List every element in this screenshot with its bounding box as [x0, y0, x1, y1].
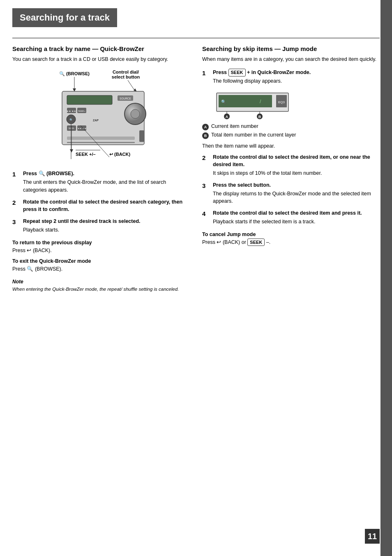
sub-section-return-text: Press ↩ (BACK).: [12, 247, 190, 255]
svg-text:SEEK +/–: SEEK +/–: [76, 152, 96, 157]
right-step-num-2: 2: [202, 153, 211, 177]
svg-line-5: [128, 80, 135, 91]
right-step-content-4: Rotate the control dial to select the de…: [213, 209, 362, 226]
right-section-heading: Searching by skip items — Jump mode: [202, 45, 380, 53]
legend-text-b: Total item number in the current layer: [211, 132, 296, 138]
page-title-banner: Searching for a track: [12, 8, 117, 27]
right-step-bold-4: Rotate the control dial to select the de…: [213, 210, 362, 216]
right-step-content-2: Rotate the control dial to select the de…: [213, 153, 380, 177]
svg-text:↩ (BACK): ↩ (BACK): [109, 152, 130, 157]
svg-text:A: A: [226, 115, 228, 119]
right-step-sub-2: It skips in steps of 10% of the total it…: [213, 169, 380, 177]
svg-text:🔍: 🔍: [69, 118, 73, 122]
step-content-3: Repeat step 2 until the desired track is…: [23, 218, 141, 234]
svg-rect-35: [219, 95, 272, 107]
right-step-item-3: 3 Press the select button. The display r…: [202, 181, 380, 205]
title-banner-wrapper: Searching for a track: [12, 8, 380, 34]
right-step-num-3: 3: [202, 181, 211, 205]
title-divider: [12, 38, 380, 38]
page-number: 11: [365, 529, 380, 544]
svg-rect-26: [67, 142, 135, 143]
sub-section-exit-text: Press 🔍 (BROWSE).: [12, 265, 190, 273]
sub-section-return-title: To return to the previous display: [12, 240, 190, 246]
legend-circle-b: B: [202, 132, 209, 139]
svg-point-23: [131, 109, 140, 118]
step-bold-3: Repeat step 2 until the desired track is…: [23, 218, 141, 224]
right-step-item-4: 4 Rotate the control dial to select the …: [202, 209, 380, 226]
svg-text:SEEK+: SEEK+: [78, 110, 85, 112]
step-item-3: 3 Repeat step 2 until the desired track …: [12, 218, 190, 234]
right-step-content-1: Press SEEK + in Quick-BrowZer mode. The …: [213, 69, 311, 85]
svg-text:►► ►►: ►► ►►: [67, 110, 76, 112]
sub-section-return: To return to the previous display Press …: [12, 240, 190, 255]
steps-list-left: 1 Press 🔍 (BROWSE). The unit enters the …: [12, 170, 190, 234]
right-step-sub-4: Playback starts if the selected item is …: [213, 218, 362, 226]
jump-display-wrapper: 🔍 / EQ3 A B: [214, 91, 301, 121]
dark-sidebar-strip: [380, 0, 392, 556]
step-num-3: 3: [12, 218, 21, 234]
svg-text:EQ3: EQ3: [278, 100, 285, 104]
svg-text:SOURCE: SOURCE: [120, 97, 131, 100]
step-sub-1: The unit enters the Quick-BrowZer mode, …: [23, 178, 190, 194]
svg-text:ZAP: ZAP: [93, 119, 99, 122]
right-column: Searching by skip items — Jump mode When…: [202, 45, 380, 544]
note-text: When entering the Quick-BrowZer mode, th…: [12, 286, 190, 293]
cancel-jump-text: Press ↩ (BACK) or SEEK –.: [202, 239, 380, 246]
svg-rect-8: [67, 95, 112, 104]
jump-display-svg: 🔍 / EQ3 A B: [214, 91, 301, 120]
step-num-2: 2: [12, 198, 21, 214]
note-block: Note When entering the Quick-BrowZer mod…: [12, 279, 190, 293]
legend-circle-a: A: [202, 124, 209, 130]
steps-list-right-2: 2 Rotate the control dial to select the …: [202, 153, 380, 226]
svg-marker-29: [70, 149, 73, 153]
step-item-1: 1 Press 🔍 (BROWSE). The unit enters the …: [12, 170, 190, 194]
step-bold-1: Press 🔍 (BROWSE).: [23, 171, 74, 176]
right-step-num-4: 4: [202, 209, 211, 226]
svg-text:B: B: [258, 115, 261, 119]
right-step-content-3: Press the select button. The display ret…: [213, 181, 380, 205]
cancel-jump-title: To cancel Jump mode: [202, 232, 380, 237]
device-diagram-svg: 🔍 (BROWSE) Control dial/ select button S…: [46, 69, 157, 163]
svg-text:select button: select button: [112, 74, 140, 79]
left-section-heading: Searching a track by name — Quick-BrowZe…: [12, 45, 190, 53]
left-column: Searching a track by name — Quick-BrowZe…: [12, 45, 190, 544]
step-item-2: 2 Rotate the control dial to select the …: [12, 198, 190, 214]
sub-section-exit: To exit the Quick-BrowZer mode Press 🔍 (…: [12, 258, 190, 273]
step-content-1: Press 🔍 (BROWSE). The unit enters the Qu…: [23, 170, 190, 194]
right-section-desc: When many items are in a category, you c…: [202, 56, 380, 63]
then-text: Then the item name will appear.: [202, 142, 380, 150]
sub-section-exit-title: To exit the Quick-BrowZer mode: [12, 258, 190, 264]
svg-text:|◄◄ ◄◄|: |◄◄ ◄◄|: [77, 127, 87, 130]
svg-text:Control dial/: Control dial/: [113, 70, 139, 74]
steps-list-right: 1 Press SEEK + in Quick-BrowZer mode. Th…: [202, 69, 380, 85]
page-title: Searching for a track: [20, 12, 110, 23]
step-content-2: Rotate the control dial to select the de…: [23, 198, 190, 214]
svg-text:🔍: 🔍: [221, 99, 226, 104]
seek-button-label: SEEK: [228, 69, 246, 76]
legend-item-a: A Current item number: [202, 123, 380, 130]
right-step-bold-1: Press SEEK + in Quick-BrowZer mode.: [213, 70, 311, 75]
right-step-item-2: 2 Rotate the control dial to select the …: [202, 153, 380, 177]
right-step-bold-2: Rotate the control dial to select the de…: [213, 154, 370, 168]
right-step-sub-1: The following display appears.: [213, 77, 311, 85]
right-step-num-1: 1: [202, 69, 211, 85]
svg-rect-24: [139, 130, 144, 142]
legend-item-b: B Total item number in the current layer: [202, 132, 380, 139]
legend-text-a: Current item number: [211, 123, 258, 129]
right-step-sub-3: The display returns to the Quick-BrowZer…: [213, 190, 380, 206]
left-section-desc: You can search for a track in a CD or US…: [12, 56, 190, 63]
step-num-1: 1: [12, 170, 21, 194]
seek-btn-cancel: SEEK: [247, 239, 265, 246]
svg-text:🔍 (BROWSE): 🔍 (BROWSE): [59, 71, 90, 76]
step-bold-2: Rotate the control dial to select the de…: [23, 199, 182, 213]
right-step-item-1: 1 Press SEEK + in Quick-BrowZer mode. Th…: [202, 69, 380, 85]
display-legend: A Current item number B Total item numbe…: [202, 123, 380, 139]
note-title: Note: [12, 279, 190, 285]
device-diagram: 🔍 (BROWSE) Control dial/ select button S…: [12, 69, 190, 163]
step-sub-3: Playback starts.: [23, 226, 141, 234]
svg-rect-25: [67, 137, 135, 140]
cancel-jump-section: To cancel Jump mode Press ↩ (BACK) or SE…: [202, 232, 380, 246]
right-step-bold-3: Press the select button.: [213, 182, 271, 188]
